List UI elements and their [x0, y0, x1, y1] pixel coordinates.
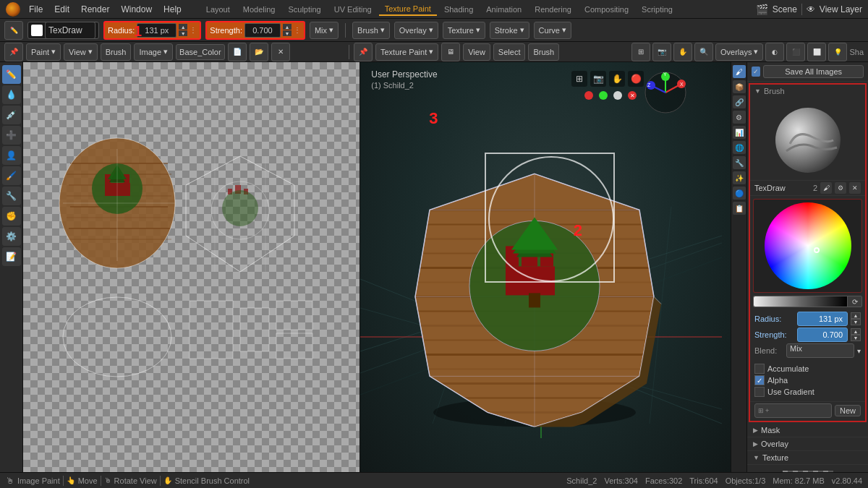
texdraw-icon1[interactable]: 🖌: [820, 182, 832, 194]
texture-paint-dropdown[interactable]: Texture Paint ▾: [375, 43, 438, 61]
tab-uv-editing[interactable]: UV Editing: [328, 4, 378, 15]
texture-subsection[interactable]: ▼ Texture: [747, 451, 868, 465]
rpanel-radius-input[interactable]: 131 px: [797, 312, 848, 326]
strength-up[interactable]: ▲: [283, 24, 292, 30]
curve-dropdown[interactable]: Curve ▾: [534, 22, 571, 39]
image-dropdown[interactable]: Image ▾: [134, 43, 173, 61]
brush-name-input[interactable]: [45, 22, 95, 39]
menu-help[interactable]: Help: [161, 3, 184, 16]
vp-wire-icon[interactable]: ⬛: [786, 43, 805, 61]
eyedropper-tool[interactable]: 💉: [2, 106, 21, 124]
grab-tool[interactable]: ✊: [2, 207, 21, 226]
vp-dot-icon[interactable]: 🔴: [628, 71, 644, 87]
rp-icon-8[interactable]: ✨: [733, 171, 746, 184]
vp-icon-3[interactable]: ✋: [673, 43, 692, 61]
paint-dropdown[interactable]: Paint ▾: [26, 43, 61, 61]
select-dropdown[interactable]: Select: [493, 43, 526, 61]
accumulate-cb[interactable]: [754, 364, 765, 374]
texture-dropdown[interactable]: Texture ▾: [443, 22, 485, 39]
color-gradient-bar[interactable]: ⟳: [753, 296, 862, 307]
color-wheel[interactable]: [765, 202, 851, 289]
mask-subsection[interactable]: ▶ Mask: [747, 424, 868, 437]
new-field[interactable]: ⊞ +: [754, 403, 832, 418]
alpha-cb[interactable]: ✓: [754, 375, 765, 385]
rp-icon-7[interactable]: 🔧: [733, 156, 746, 169]
vp-pin-icon[interactable]: 📌: [354, 43, 373, 61]
tab-scripting[interactable]: Scripting: [636, 4, 678, 15]
overlay-dropdown[interactable]: Overlay ▾: [394, 22, 438, 39]
strength-down[interactable]: ▼: [283, 30, 292, 36]
tab-sculpting[interactable]: Sculpting: [282, 4, 326, 15]
vp-shading-icon[interactable]: ◐: [765, 43, 784, 61]
rp-icon-3[interactable]: 🔗: [733, 95, 746, 108]
blend-dropdown[interactable]: Mix ▾: [310, 22, 339, 39]
view-dropdown[interactable]: View ▾: [64, 43, 98, 61]
rpanel-strength-down[interactable]: ▼: [851, 335, 861, 341]
vp-hand-icon[interactable]: ✋: [609, 71, 625, 87]
texdraw-close[interactable]: ✕: [849, 182, 861, 194]
radius-input[interactable]: [137, 23, 176, 38]
rp-icon-9[interactable]: 🔵: [733, 187, 746, 200]
tab-compositing[interactable]: Compositing: [579, 4, 634, 15]
color-bar-expand[interactable]: ⟳: [847, 296, 861, 307]
tab-animation[interactable]: Animation: [480, 4, 527, 15]
color-wheel-container[interactable]: [753, 199, 862, 293]
fill-tool[interactable]: 💧: [2, 85, 21, 104]
strength-options-icon[interactable]: ⋮: [294, 26, 301, 34]
tab-layout[interactable]: Layout: [200, 4, 236, 15]
annotate-tool[interactable]: 📝: [2, 247, 21, 266]
viewport-panel[interactable]: User Perspective (1) Schild_2 3 2 X Y Z …: [360, 62, 731, 472]
rpanel-radius-up[interactable]: ▲: [851, 312, 861, 319]
vp-cam2-icon[interactable]: 📷: [590, 71, 606, 87]
texdraw-icon2[interactable]: ⚙: [835, 182, 846, 194]
brush-tool-alt[interactable]: 🔧: [2, 187, 21, 205]
tab-modeling[interactable]: Modeling: [237, 4, 281, 15]
uv-pin-icon[interactable]: 📌: [4, 43, 23, 61]
vp-rendered-icon[interactable]: 💡: [828, 43, 847, 61]
rpanel-blend-select[interactable]: Mix: [786, 343, 854, 358]
save-all-images-btn[interactable]: Save All Images: [763, 65, 864, 78]
menu-edit[interactable]: Edit: [51, 3, 72, 16]
transform-tool[interactable]: ⚙️: [2, 227, 21, 246]
new-btn[interactable]: New: [835, 405, 861, 416]
vp-viewport-icon[interactable]: 🖥: [441, 43, 460, 61]
brush-dropdown[interactable]: Brush ▾: [352, 22, 390, 39]
rpanel-strength-up[interactable]: ▲: [851, 328, 861, 335]
rp-icon-10[interactable]: 📋: [733, 202, 746, 215]
avatar-tool[interactable]: 👤: [2, 146, 21, 165]
clone-tool[interactable]: 🖌️: [2, 166, 21, 185]
stroke-dropdown[interactable]: Stroke ▾: [490, 22, 529, 39]
add-tool[interactable]: ➕: [2, 126, 21, 145]
brush-uv-dropdown[interactable]: Brush: [101, 43, 132, 61]
rp-icon-5[interactable]: 📊: [733, 126, 746, 139]
strength-input[interactable]: [244, 23, 281, 38]
tab-rendering[interactable]: Rendering: [529, 4, 577, 15]
color-dot-close[interactable]: ✕: [628, 91, 637, 100]
view2-dropdown[interactable]: View: [463, 43, 490, 61]
menu-file[interactable]: File: [26, 3, 46, 16]
overlay-subsection[interactable]: ▶ Overlay: [747, 437, 868, 451]
rp-icon-active[interactable]: 🖌: [733, 65, 746, 78]
use-gradient-cb[interactable]: [754, 387, 765, 397]
tab-shading[interactable]: Shading: [438, 4, 479, 15]
rpanel-radius-down[interactable]: ▼: [851, 319, 861, 325]
rp-icon-4[interactable]: ⚙: [733, 111, 746, 124]
mode-icon[interactable]: ✏️: [4, 21, 23, 40]
menu-window[interactable]: Window: [118, 3, 155, 16]
image-new-icon[interactable]: 📄: [228, 43, 247, 61]
image-close-icon[interactable]: ✕: [271, 43, 290, 61]
rp-icon-6[interactable]: 🌐: [733, 141, 746, 154]
radius-options-icon[interactable]: ⋮: [190, 26, 197, 34]
rpanel-strength-input[interactable]: 0.700: [797, 328, 848, 342]
blender-logo[interactable]: [6, 2, 20, 17]
overlays-dropdown[interactable]: Overlays ▾: [715, 43, 763, 61]
vp-solid-icon[interactable]: ⬜: [807, 43, 826, 61]
vp-camera-icon[interactable]: ⊞: [571, 71, 587, 87]
tab-texture-paint[interactable]: Texture Paint: [379, 3, 437, 16]
draw-tool[interactable]: ✏️: [2, 65, 21, 84]
vp-icon-4[interactable]: 🔍: [694, 43, 713, 61]
image-open-icon[interactable]: 📂: [250, 43, 268, 61]
brush2-dropdown[interactable]: Brush: [528, 43, 559, 61]
rp-icon-2[interactable]: 📦: [733, 80, 746, 93]
vp-icon-1[interactable]: ⊞: [631, 43, 650, 61]
